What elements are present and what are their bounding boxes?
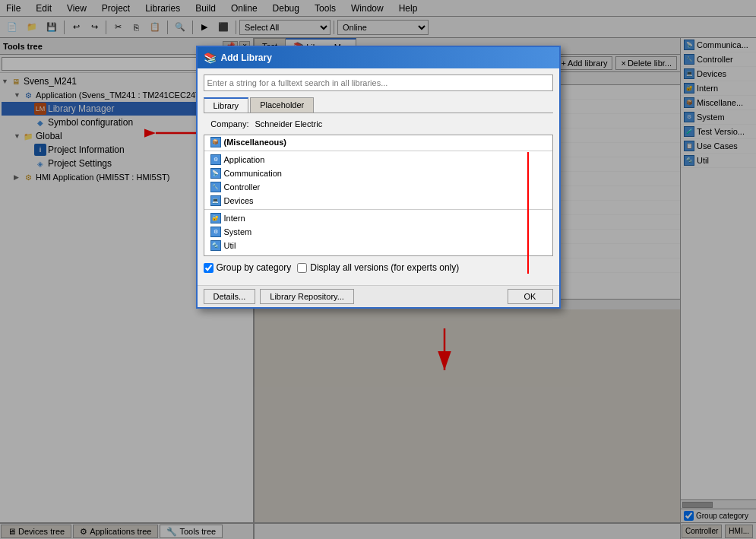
group-by-category-label: Group by category	[217, 262, 292, 273]
modal-list-label-util: Util	[224, 241, 236, 250]
display-all-versions-label: Display all versions (for experts only)	[310, 262, 459, 273]
modal-list-item-intern[interactable]: 🔐 Intern	[204, 211, 552, 225]
add-library-modal: 📚 Add Library Library Placeholder Compan…	[196, 46, 561, 309]
modal-list-icon-intern: 🔐	[210, 213, 221, 224]
modal-tab-placeholder-label: Placeholder	[260, 100, 304, 109]
group-by-category-checkbox[interactable]	[204, 263, 214, 273]
modal-header: 📚 Add Library	[198, 47, 559, 68]
list-divider-1	[204, 151, 552, 151]
ok-button[interactable]: OK	[508, 289, 553, 304]
company-row: Company: Schneider Electric	[204, 119, 553, 128]
display-all-versions-checkbox[interactable]	[297, 263, 307, 273]
modal-tabs: Library Placeholder	[204, 97, 553, 113]
modal-list-icon-util: 🔩	[210, 240, 221, 251]
library-repository-button[interactable]: Library Repository...	[260, 289, 354, 304]
modal-list-label-system: System	[224, 227, 252, 236]
modal-list-icon-devices: 💻	[210, 195, 221, 206]
modal-search-input[interactable]	[204, 75, 553, 91]
modal-list-icon-application: ⚙	[210, 154, 221, 165]
modal-list-item-communication[interactable]: 📡 Communication	[204, 166, 552, 180]
modal-list-label-intern: Intern	[224, 214, 245, 223]
display-all-versions-row[interactable]: Display all versions (for experts only)	[297, 262, 459, 273]
company-value: Schneider Electric	[255, 119, 553, 128]
modal-list-item-application[interactable]: ⚙ Application	[204, 153, 552, 166]
modal-list-item-util[interactable]: 🔩 Util	[204, 239, 552, 252]
modal-title: Add Library	[221, 52, 272, 63]
modal-list-icon-communication: 📡	[210, 168, 221, 179]
modal-overlay: 📚 Add Library Library Placeholder Compan…	[0, 0, 756, 539]
modal-list-item-devices[interactable]: 💻 Devices	[204, 194, 552, 208]
modal-list-icon-controller: 🔧	[210, 182, 221, 192]
list-divider-2	[204, 209, 552, 210]
modal-footer: Details... Library Repository... OK	[198, 285, 559, 307]
ok-btn-label: OK	[524, 292, 536, 301]
modal-list-label-communication: Communication	[224, 169, 282, 178]
modal-list-label-application: Application	[224, 155, 265, 164]
modal-footer-left-btns: Details... Library Repository...	[204, 289, 354, 304]
modal-list-item-system[interactable]: ⚙ System	[204, 225, 552, 239]
details-btn-label: Details...	[214, 292, 246, 301]
modal-list-item-misc[interactable]: 📦 (Miscellaneous)	[204, 135, 552, 149]
modal-list-label-controller: Controller	[224, 182, 261, 192]
modal-list-icon-misc: 📦	[210, 137, 221, 147]
details-button[interactable]: Details...	[204, 289, 256, 304]
modal-list-label-misc: (Miscellaneous)	[224, 138, 287, 147]
modal-library-list: 📦 (Miscellaneous) ⚙ Application 📡 Commun…	[204, 135, 553, 256]
modal-checkboxes: Group by category Display all versions (…	[204, 262, 553, 273]
modal-list-icon-system: ⚙	[210, 227, 221, 237]
modal-tab-library-label: Library	[214, 101, 239, 110]
modal-list-item-controller[interactable]: 🔧 Controller	[204, 180, 552, 194]
red-line-annotation	[527, 152, 530, 256]
modal-list-label-devices: Devices	[224, 196, 254, 205]
modal-icon: 📚	[204, 52, 217, 64]
library-repo-btn-label: Library Repository...	[270, 292, 344, 301]
company-label: Company:	[204, 119, 249, 128]
group-by-category-row[interactable]: Group by category	[204, 262, 292, 273]
modal-body: Library Placeholder Company: Schneider E…	[198, 68, 559, 285]
modal-tab-library[interactable]: Library	[204, 97, 249, 113]
modal-tab-placeholder[interactable]: Placeholder	[250, 97, 314, 113]
